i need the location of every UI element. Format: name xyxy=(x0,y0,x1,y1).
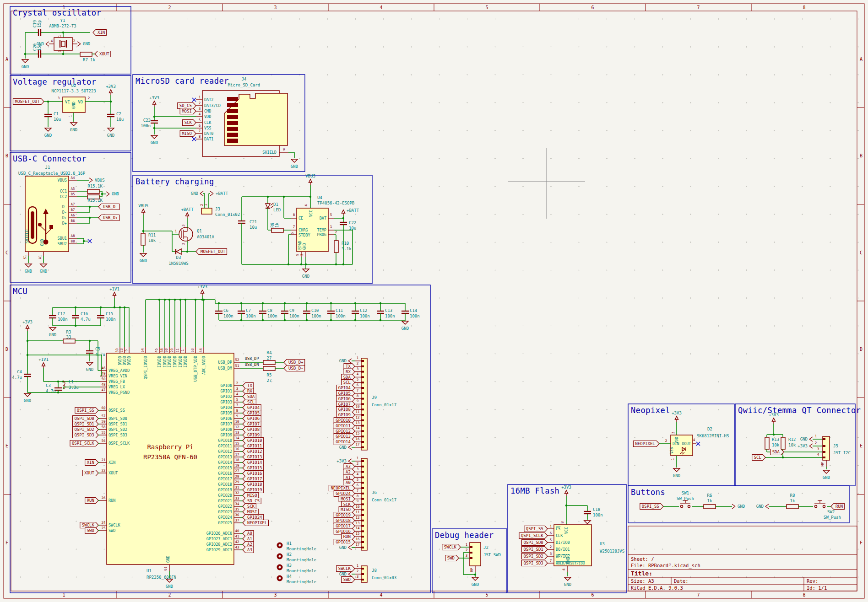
sections-mcu-j9-pins-2-label-glabel-text: RX xyxy=(346,370,351,374)
sections-mcu-gpio-pins-23-label-glabel-text: MOSI xyxy=(247,510,257,514)
sections-mcu-gpio-pins-14-name: GPIO14 xyxy=(218,460,232,465)
sections-mcu-top-pins-7-num: 20 xyxy=(170,348,174,353)
sections-mcu-gpio-pins-12-name: GPIO12 xyxy=(218,449,232,454)
resistor-icon[interactable] xyxy=(87,189,99,194)
sw2-button-icon[interactable] xyxy=(823,505,825,508)
sections-microsd-j4-shield: SHIELD xyxy=(262,150,277,155)
mcu-top-pin-name: IOVDD xyxy=(157,356,162,368)
sections-mcu-usb-dp-net: USB_DP xyxy=(245,356,259,361)
sections-usbc-usb-dm-glabel-text: USB_D- xyxy=(103,204,118,209)
resistor-icon[interactable] xyxy=(334,241,338,253)
net-arrow-icon xyxy=(348,445,352,447)
shape xyxy=(361,366,364,367)
junction-dot xyxy=(24,53,26,55)
tb-id: Id: 1/1 xyxy=(807,585,827,591)
sections-mcu-j8-value: Conn_01x03 xyxy=(372,575,396,580)
sw2-button-icon[interactable] xyxy=(815,505,817,508)
sections-mcu-left-pins-8-num: 26 xyxy=(101,496,106,500)
sections-mcu-caps-6-ref: C12 xyxy=(360,308,367,313)
sections-mcu-left-pins-4-name-glabel-text: QSPI_SD3 xyxy=(74,433,94,437)
shape xyxy=(361,520,364,521)
power-gnd: GND xyxy=(166,584,173,589)
sw1-button-icon[interactable] xyxy=(681,505,683,508)
frame-row-left: E xyxy=(5,443,8,448)
sections-qwiic-r13-value: 10k xyxy=(772,443,780,447)
resistor-icon[interactable] xyxy=(787,505,798,509)
sections-microsd-pins-4-name: CLK xyxy=(204,120,212,125)
resistor-icon[interactable] xyxy=(765,437,769,449)
mounting-hole-icon xyxy=(279,544,281,547)
power-arrow-icon xyxy=(109,90,113,93)
mcu-top-pin-name: DVDD xyxy=(127,356,131,365)
sections-vreg-u2-p1: 1 xyxy=(68,115,72,118)
sections-microsd-title-title: MicroSD card reader xyxy=(136,76,229,86)
sections-mcu-j9-pins-3-label-glabel-text: SDA xyxy=(343,375,351,380)
sd-contact-pad xyxy=(227,127,238,131)
sections-neopixel-d2-dout-name: DOUT xyxy=(682,442,691,446)
shape xyxy=(361,514,364,516)
resistor-icon[interactable] xyxy=(271,228,283,232)
resistor-icon[interactable] xyxy=(80,52,92,56)
sections-mcu-j9-pins-11-label-glabel-text: GPIO10 xyxy=(336,418,351,423)
sections-battery-u4-prog-num: 2 xyxy=(335,230,337,234)
sections-mcu-j6-pins-10-num: 11 xyxy=(355,510,359,514)
gnd-symbol-icon xyxy=(823,470,830,473)
sd-contact-pad xyxy=(227,103,238,107)
sections-mcu-top-pins-5-num: 38 xyxy=(160,348,164,353)
shape xyxy=(361,446,364,448)
resistor-icon[interactable] xyxy=(141,233,145,245)
resistor-icon[interactable] xyxy=(704,505,716,509)
power-arrow-icon xyxy=(565,490,568,494)
sections-battery-c21-ref: C21 xyxy=(250,220,257,224)
sections-usbc-pins-0-num: A4 xyxy=(71,176,75,180)
net-arrow-icon xyxy=(89,180,92,183)
net-arrow-icon xyxy=(210,194,213,196)
sections-mcu-c4-value: 4.7u xyxy=(12,375,22,380)
net-arrow-icon xyxy=(348,574,352,576)
debug-j2-body[interactable] xyxy=(470,543,481,566)
power-p1v1: +1V1 xyxy=(109,287,119,291)
power-p3v3: +3V3 xyxy=(769,413,779,417)
sections-vreg-mosfet-out-glabel-text: MOSFET_OUT xyxy=(15,99,40,104)
sections-battery-u4-stdby-num: 6 xyxy=(290,232,294,234)
sections-mcu-left-pins-0-num: 60 xyxy=(101,406,106,410)
sections-mcu-j6-pins-13-num: 14 xyxy=(355,526,360,530)
sections-mcu-left-pins-9-num: 24 xyxy=(101,521,106,525)
junction-dot xyxy=(330,319,332,321)
sections-vreg-title-title: Voltage regulator xyxy=(13,77,97,86)
mcu-pin-name: QSPI_SD3 xyxy=(108,433,127,437)
power-gnd: GND xyxy=(70,128,77,132)
resistor-icon[interactable] xyxy=(63,339,75,343)
sections-mcu-left-pins-5-num: 56 xyxy=(101,439,106,443)
power-batt: +BATT xyxy=(216,191,228,196)
sections-crystal-y1-p4: 4 xyxy=(51,39,53,43)
sections-mcu-adc-pins-0-label-glabel-text: A0 xyxy=(247,531,252,536)
sections-mcu-j9-pins-0-num: 1 xyxy=(357,356,359,360)
power-batt: +BATT xyxy=(347,208,359,213)
crystal-icon xyxy=(61,41,65,47)
sections-mcu-j8-pins-2-num: 3 xyxy=(357,575,359,579)
shape xyxy=(470,546,472,548)
u4-epad: EPAD xyxy=(298,241,302,250)
battery-j3-body[interactable] xyxy=(201,208,212,214)
sections-mcu-j6-pins-13-label-glabel-text: GPIO16 xyxy=(336,529,351,534)
sections-mcu-u1-line1: Raspberry Pi xyxy=(147,443,193,451)
sections-mcu-j9-pins-8-num: 9 xyxy=(357,399,359,403)
sections-battery-d3-ref: D3 xyxy=(176,255,181,260)
sections-battery-j3-p2: 2 xyxy=(200,204,204,206)
junction-dot xyxy=(284,302,286,304)
sections-microsd-pins-3-name: VDD xyxy=(204,114,211,119)
resistor-icon[interactable] xyxy=(781,437,785,449)
sections-vreg-u2-gnd: GND xyxy=(71,102,76,109)
sections-usbc-pins-7-num: A8 xyxy=(71,234,75,238)
sections-mcu-j9-pins-5-label-glabel-text: GPIO4 xyxy=(338,386,351,390)
sections-flash-u3-value: W25Q128JVS xyxy=(600,549,624,554)
resistor-icon[interactable] xyxy=(263,366,275,371)
sections-mcu-holes-0-value: MountingHole xyxy=(287,547,316,551)
sw1-button-icon[interactable] xyxy=(688,505,690,508)
sections-mcu-vreg-pins-4-name: VREG_PGND xyxy=(108,390,130,395)
resistor-icon[interactable] xyxy=(263,360,275,365)
sections-mcu-left-pins-9-name-glabel-text: SWCLK xyxy=(82,523,95,527)
power-vbus: VBUS xyxy=(138,204,148,208)
sections-microsd-pins-2-num: 3 xyxy=(199,107,201,111)
